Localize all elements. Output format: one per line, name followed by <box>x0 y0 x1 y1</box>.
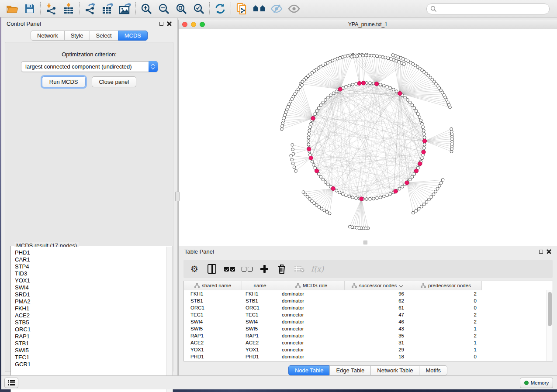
mcds-node-item[interactable]: STB5 <box>15 319 166 326</box>
mcds-node-item[interactable]: TEC1 <box>15 354 166 361</box>
toolbar-separator <box>79 2 80 15</box>
export-table-button[interactable] <box>99 2 116 16</box>
delete-columns-button[interactable] <box>276 262 287 275</box>
select-all-columns-button[interactable] <box>224 262 235 275</box>
table-cell: 2 <box>410 319 482 324</box>
splitter-grip[interactable] <box>175 192 180 201</box>
control-panel-title: Control Panel <box>7 21 41 27</box>
app-window: Control Panel Network Style Select MCDS … <box>0 0 557 389</box>
deselect-all-columns-button[interactable] <box>241 262 253 275</box>
mcds-node-item[interactable]: ORC1 <box>15 326 166 333</box>
table-cell: TEC1 <box>242 312 278 317</box>
column-header-successor-nodes[interactable]: successor nodes <box>345 281 410 290</box>
task-history-button[interactable] <box>4 378 18 388</box>
tab-node-table[interactable]: Node Table <box>288 365 330 375</box>
canvas-scroll-thumb[interactable] <box>363 241 367 244</box>
function-builder-button[interactable]: f(x) <box>311 262 324 275</box>
mcds-node-item[interactable]: GCR1 <box>15 361 166 368</box>
table-scrollbar[interactable] <box>547 290 553 361</box>
run-mcds-button[interactable]: Run MCDS <box>42 76 86 87</box>
table-row[interactable]: SWI5SWI5connector431 <box>184 325 547 332</box>
table-options-button[interactable]: ⚙ <box>189 262 200 275</box>
mcds-node-item[interactable]: CAR1 <box>15 256 166 263</box>
table-row[interactable]: STB1STB1dominator620 <box>184 297 547 304</box>
tab-style[interactable]: Style <box>64 31 90 41</box>
zoom-in-button[interactable] <box>138 2 155 16</box>
mcds-node-item[interactable]: PHD1 <box>15 249 166 256</box>
table-row[interactable]: RAP1RAP1dominator352 <box>184 332 547 339</box>
table-scrollbar-thumb[interactable] <box>548 292 552 326</box>
hierarchy-icon <box>352 283 357 288</box>
table-cell: 0 <box>410 298 482 303</box>
close-panel-button[interactable]: Close panel <box>92 76 137 87</box>
table-cell: connector <box>278 340 345 345</box>
column-header-mcds-role[interactable]: MCDS role <box>278 281 345 290</box>
zoom-fit-button[interactable] <box>173 2 190 16</box>
refresh-view-button[interactable] <box>211 2 229 16</box>
tab-motifs[interactable]: Motifs <box>419 365 447 375</box>
table-row[interactable]: FKH1FKH1dominator962 <box>184 290 547 297</box>
mcds-node-item[interactable]: PMA2 <box>15 298 166 305</box>
close-panel-icon[interactable] <box>167 21 172 26</box>
delete-table-icon <box>294 265 304 272</box>
column-header-predecessor-nodes[interactable]: predecessor nodes <box>410 281 482 290</box>
criterion-select[interactable]: largest connected component (undirected) <box>21 61 158 72</box>
open-file-button[interactable] <box>3 2 21 16</box>
mcds-list-scrollbar[interactable] <box>166 247 172 392</box>
mcds-node-item[interactable]: ACE2 <box>15 312 166 319</box>
main-toolbar <box>0 0 557 17</box>
close-panel-icon[interactable] <box>547 249 551 254</box>
table-row[interactable]: ACE2ACE2connector311 <box>184 339 547 346</box>
control-panel-tabs: Network Style Select MCDS <box>1 31 177 41</box>
table-row[interactable]: YOX1YOX1connector291 <box>184 346 547 353</box>
copy-network-button[interactable] <box>233 2 250 16</box>
column-header-name[interactable]: name <box>242 281 278 290</box>
panel-splitter[interactable] <box>177 18 178 375</box>
import-network-button[interactable] <box>42 2 60 16</box>
table-row[interactable]: TEC1TEC1connector472 <box>184 311 547 318</box>
tab-network-table[interactable]: Network Table <box>370 365 419 375</box>
hide-selected-button[interactable] <box>268 2 285 16</box>
table-cell: TEC1 <box>184 312 242 317</box>
show-column-panel-button[interactable] <box>206 262 218 275</box>
float-panel-icon[interactable] <box>159 22 163 26</box>
table-cell: 62 <box>345 298 410 303</box>
mcds-node-item[interactable]: STP4 <box>15 263 166 270</box>
tab-edge-table[interactable]: Edge Table <box>329 365 370 375</box>
column-header-shared-name[interactable]: shared name <box>184 281 242 290</box>
show-all-button[interactable] <box>285 2 303 16</box>
mcds-node-item[interactable]: SWI4 <box>15 284 166 291</box>
table-cell: dominator <box>278 319 345 324</box>
first-neighbors-button[interactable] <box>250 2 268 16</box>
table-row[interactable]: SWI4SWI4dominator462 <box>184 318 547 325</box>
mcds-node-item[interactable]: SWI5 <box>15 347 166 354</box>
export-image-button[interactable] <box>116 2 134 16</box>
tab-select[interactable]: Select <box>90 31 118 41</box>
table-row[interactable]: ORC1ORC1dominator610 <box>184 304 547 311</box>
mcds-node-item[interactable]: RAP1 <box>15 333 166 340</box>
table-row[interactable]: PHD1PHD1dominator180 <box>184 353 547 360</box>
tab-network[interactable]: Network <box>31 31 64 41</box>
mcds-node-item[interactable]: SRD1 <box>15 291 166 298</box>
float-panel-icon[interactable] <box>539 250 543 254</box>
network-canvas[interactable] <box>179 29 557 246</box>
mcds-node-item[interactable]: TID3 <box>15 270 166 277</box>
mcds-node-item[interactable]: YOX1 <box>15 277 166 284</box>
memory-button[interactable]: Memory <box>520 378 553 388</box>
open-folder-icon <box>6 3 18 14</box>
mcds-node-item[interactable]: FKH1 <box>15 305 166 312</box>
table-tabs: Node Table Edge Table Network Table Moti… <box>179 365 557 375</box>
tab-mcds[interactable]: MCDS <box>118 31 148 41</box>
table-cell: 2 <box>410 291 482 296</box>
import-table-button[interactable] <box>60 2 77 16</box>
zoom-in-icon <box>141 3 152 14</box>
delete-table-button[interactable] <box>294 262 305 275</box>
save-session-button[interactable] <box>21 2 38 16</box>
status-bar: Memory <box>0 375 557 389</box>
mcds-node-item[interactable]: STB1 <box>15 340 166 347</box>
create-column-button[interactable] <box>259 262 270 275</box>
zoom-selected-button[interactable] <box>190 2 208 16</box>
search-input[interactable] <box>437 6 546 12</box>
zoom-out-button[interactable] <box>155 2 173 16</box>
export-network-button[interactable] <box>81 2 99 16</box>
